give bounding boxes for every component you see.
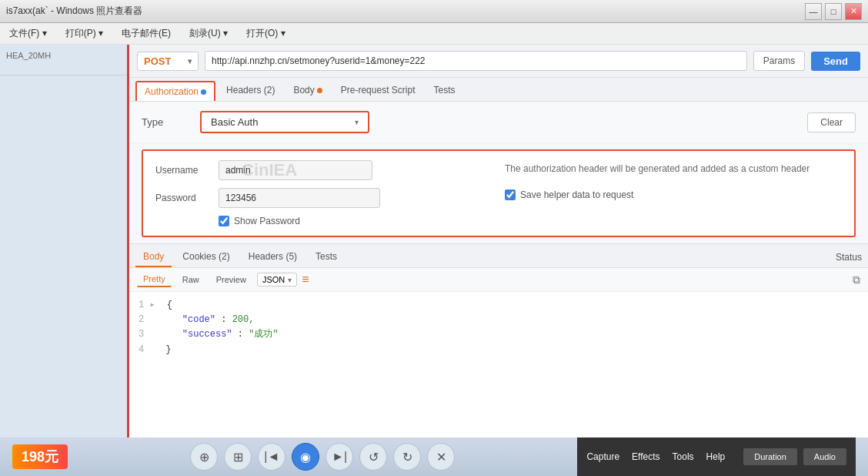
password-row: Password	[155, 188, 492, 208]
taskbar-btn-search[interactable]: ⊕	[190, 443, 218, 471]
auth-type-select[interactable]: Basic Auth ▾	[200, 111, 369, 133]
tab-authorization-label: Authorization	[145, 86, 199, 97]
params-button[interactable]: Params	[753, 51, 805, 71]
left-sidebar: HEA_20MH	[0, 45, 129, 476]
raw-button[interactable]: Raw	[176, 273, 205, 287]
taskbar-btn-prev[interactable]: |◄	[258, 443, 285, 471]
json-value-code: 200,	[232, 314, 255, 325]
status-label: Status	[836, 252, 862, 263]
url-bar: POST ▾ Params Send	[129, 45, 868, 78]
json-colon-1: :	[221, 314, 226, 325]
save-helper-row: Save helper data to request	[505, 189, 842, 200]
json-key-code: "code"	[165, 314, 215, 325]
line-num-4: 4	[139, 343, 154, 357]
left-strip-text: HEA_20MH	[0, 45, 127, 75]
body-dot	[317, 88, 322, 93]
tab-tests-label: Tests	[433, 85, 455, 96]
window-controls: — □ ✕	[805, 3, 862, 20]
format-select[interactable]: JSON ▾	[257, 273, 297, 287]
method-label: POST	[144, 55, 171, 67]
duration-button[interactable]: Duration	[743, 448, 797, 465]
menu-open[interactable]: 打开(O) ▾	[243, 25, 289, 42]
taskbar-btn-rewind[interactable]: ↺	[359, 443, 387, 471]
copy-icon[interactable]: ⧉	[853, 273, 860, 287]
line-num-1: 1 ▸	[139, 298, 155, 313]
tab-body[interactable]: Body	[285, 81, 329, 101]
show-password-label: Show Password	[234, 216, 300, 226]
main-content: HEA_20MH POST ▾ Params Send Authorizatio…	[0, 45, 868, 476]
wrap-icon[interactable]: ≡	[302, 273, 309, 287]
json-line-1: 1 ▸ {	[139, 298, 859, 313]
save-helper-label: Save helper data to request	[520, 189, 633, 200]
sale-badge: 198元	[12, 444, 68, 469]
preview-button[interactable]: Preview	[210, 273, 252, 287]
taskbar-btn-grid[interactable]: ⊞	[224, 443, 252, 471]
line-num-2: 2	[139, 313, 154, 327]
capture-label: Capture	[586, 451, 619, 462]
taskbar-right-panel: Capture Effects Tools Help Duration Audi…	[577, 437, 856, 476]
menu-bar: 文件(F) ▾ 打印(P) ▾ 电子邮件(E) 刻录(U) ▾ 打开(O) ▾	[0, 23, 868, 45]
method-select[interactable]: POST ▾	[137, 52, 199, 71]
menu-file[interactable]: 文件(F) ▾	[6, 25, 50, 42]
help-label: Help	[706, 451, 726, 462]
minimize-button[interactable]: —	[805, 3, 822, 20]
tab-headers[interactable]: Headers (2)	[219, 81, 282, 101]
username-input[interactable]	[219, 160, 372, 180]
auth-type-chevron: ▾	[355, 118, 359, 126]
json-value-success: "成功"	[249, 329, 278, 340]
password-input[interactable]	[219, 188, 380, 208]
maximize-button[interactable]: □	[825, 3, 842, 20]
username-input-wrapper: CinIEA	[219, 160, 380, 180]
menu-email[interactable]: 电子邮件(E)	[119, 25, 174, 42]
resp-tab-tests[interactable]: Tests	[308, 247, 345, 267]
tab-prerequest[interactable]: Pre-request Script	[333, 81, 423, 101]
taskbar-btn-play[interactable]: ◉	[292, 443, 319, 471]
title-bar: is7axx(ak` - Windows 照片查看器 — □ ✕	[0, 0, 868, 23]
save-helper-checkbox[interactable]	[505, 189, 516, 200]
tab-prerequest-label: Pre-request Script	[341, 85, 416, 96]
resp-tab-body[interactable]: Body	[135, 247, 172, 267]
taskbar-center: ⊕ ⊞ |◄ ◉ ►| ↺ ↻ ✕	[190, 443, 455, 471]
json-brace-open: {	[167, 300, 172, 310]
show-password-checkbox[interactable]	[219, 216, 229, 226]
auth-info-panel: The authorization header will be generat…	[505, 160, 842, 226]
taskbar-left: 198元	[12, 444, 68, 469]
response-toolbar: Pretty Raw Preview JSON ▾ ≡ ⧉	[129, 268, 868, 292]
auth-type-value: Basic Auth	[211, 116, 258, 128]
close-button[interactable]: ✕	[845, 3, 862, 20]
json-key-success: "success"	[165, 329, 232, 340]
auth-info-text: The authorization header will be generat…	[505, 163, 810, 174]
url-input[interactable]	[205, 51, 747, 71]
json-line-3: 3 "success" : "成功"	[139, 327, 859, 342]
menu-burn[interactable]: 刻录(U) ▾	[186, 25, 231, 42]
credentials-form: Username CinIEA Password Show Password	[155, 160, 492, 226]
tab-authorization[interactable]: Authorization	[135, 81, 215, 101]
effects-label: Effects	[632, 451, 659, 462]
tab-headers-label: Headers (2)	[226, 85, 275, 96]
username-label: Username	[155, 165, 209, 176]
taskbar-btn-close[interactable]: ✕	[427, 443, 455, 471]
pretty-button[interactable]: Pretty	[137, 272, 172, 287]
tab-body-label: Body	[293, 85, 314, 96]
right-panel: POST ▾ Params Send Authorization Headers…	[129, 45, 868, 476]
tab-tests[interactable]: Tests	[426, 81, 462, 101]
json-brace-close: }	[165, 344, 171, 355]
resp-tab-headers[interactable]: Headers (5)	[241, 247, 305, 267]
taskbar-btn-next[interactable]: ►|	[326, 443, 353, 471]
method-chevron: ▾	[188, 57, 192, 65]
format-chevron: ▾	[288, 276, 292, 284]
username-row: Username CinIEA	[155, 160, 492, 180]
json-line-2: 2 "code" : 200,	[139, 313, 859, 327]
clear-button[interactable]: Clear	[807, 112, 856, 132]
menu-print[interactable]: 打印(P) ▾	[62, 25, 106, 42]
request-tabs: Authorization Headers (2) Body Pre-reque…	[129, 78, 868, 102]
audio-button[interactable]: Audio	[803, 448, 846, 465]
resp-tab-cookies[interactable]: Cookies (2)	[175, 247, 237, 267]
window-title: is7axx(ak` - Windows 照片查看器	[6, 5, 142, 18]
type-label: Type	[142, 116, 188, 128]
line-num-3: 3	[139, 327, 154, 342]
taskbar-btn-refresh[interactable]: ↻	[393, 443, 421, 471]
authorization-dot	[201, 89, 206, 95]
show-password-row: Show Password	[219, 216, 492, 226]
send-button[interactable]: Send	[811, 52, 860, 71]
